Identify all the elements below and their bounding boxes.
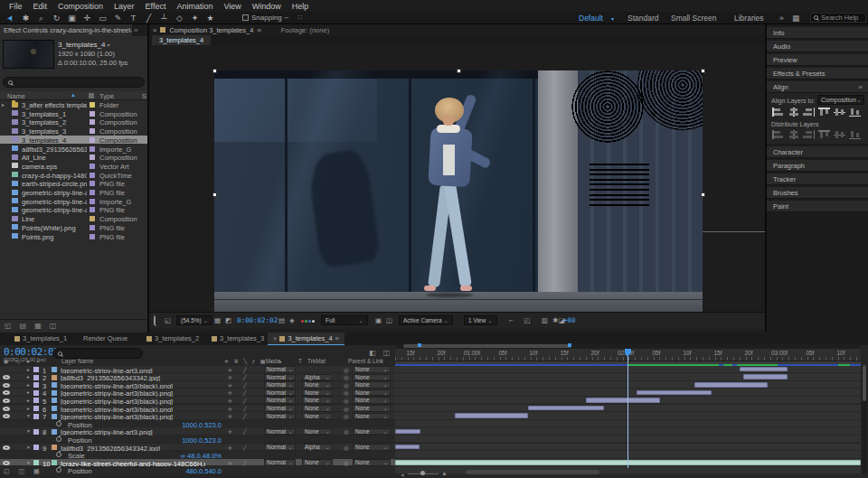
layer-label-swatch[interactable]: [33, 382, 39, 388]
trkmat-dropdown[interactable]: Alpha⌄: [302, 374, 333, 381]
label-swatch[interactable]: [90, 190, 95, 195]
layer-row[interactable]: ▸6[geometric-stripy-line-art3(black).png…: [0, 405, 395, 413]
viewer-timecode[interactable]: 0:00:02:02: [237, 316, 278, 324]
channel-icons[interactable]: [301, 316, 316, 324]
expander-icon[interactable]: ▾: [27, 413, 30, 418]
workspace-small-screen[interactable]: Small Screen: [671, 14, 717, 23]
workspace-caret-icon[interactable]: ▾: [611, 15, 614, 22]
parent-dropdown[interactable]: None⌄: [353, 374, 391, 381]
snapping-toggle[interactable]: Snapping ⌐ ∷: [242, 14, 307, 22]
project-item[interactable]: camera.epsVector Art: [0, 162, 147, 171]
label-swatch[interactable]: [90, 155, 95, 160]
workspace-libraries[interactable]: Libraries: [734, 14, 764, 23]
blend-mode-dropdown[interactable]: Normal⌄: [264, 389, 296, 397]
camera-tool-icon[interactable]: ▣: [65, 13, 79, 23]
magnification-dropdown[interactable]: (54.5%) ⌄: [176, 315, 212, 325]
panel-header-audio[interactable]: Audio: [767, 41, 868, 52]
parent-dropdown[interactable]: None⌄: [353, 389, 391, 397]
navigator-start-handle[interactable]: [418, 343, 421, 347]
trkmat-dropdown[interactable]: None⌄: [302, 413, 333, 420]
pixel-aspect-icon[interactable]: ◫: [386, 316, 392, 324]
expander-icon[interactable]: ▸: [27, 389, 30, 395]
gear-icon[interactable]: ✱: [552, 316, 558, 324]
resolution-dropdown[interactable]: Full ⌄: [321, 315, 368, 325]
zoom-tool-icon[interactable]: [154, 316, 156, 324]
menu-composition[interactable]: Composition: [52, 2, 108, 11]
parent-dropdown[interactable]: None⌄: [353, 444, 391, 451]
timeline-vertical-scrollbar[interactable]: [862, 365, 867, 473]
panel-header-align[interactable]: Align≡: [767, 81, 868, 93]
parent-dropdown[interactable]: None⌄: [353, 413, 391, 420]
blend-mode-dropdown[interactable]: Normal⌄: [264, 459, 296, 466]
layer-label-swatch[interactable]: [33, 375, 39, 380]
layer-bar[interactable]: [455, 413, 528, 418]
interpret-footage-icon[interactable]: ◱: [5, 322, 12, 333]
property-row[interactable]: Position480.0,540.0: [0, 466, 395, 474]
panel-header-paragraph[interactable]: Paragraph: [767, 160, 868, 172]
panel-header-tracker[interactable]: Tracker: [767, 173, 868, 185]
project-item[interactable]: geometric-stripy-line-art3(black).pngPNG…: [0, 188, 147, 197]
blend-mode-dropdown[interactable]: Normal⌄: [264, 397, 296, 404]
column-type[interactable]: Type: [99, 92, 114, 100]
panel-menu-icon[interactable]: ≡: [859, 81, 863, 93]
comp-name-caret-icon[interactable]: ▾: [108, 42, 110, 48]
tab-footage[interactable]: Footage: (none): [281, 26, 329, 34]
layer-switches-icons[interactable]: ✛ ╱: [228, 382, 250, 389]
layer-switches-icons[interactable]: ✛ ╱: [228, 413, 250, 419]
delete-icon[interactable]: ◫: [50, 322, 57, 333]
layer-switches-icons[interactable]: ✛ ╱: [228, 428, 250, 435]
blend-mode-dropdown[interactable]: Normal⌄: [264, 413, 296, 420]
layer-label-swatch[interactable]: [33, 429, 39, 435]
align-icon-1[interactable]: [788, 108, 799, 117]
trkmat-dropdown[interactable]: None⌄: [302, 381, 333, 389]
project-item[interactable]: All_LineComposition: [0, 153, 147, 162]
menu-file[interactable]: File: [4, 2, 28, 11]
visibility-eye-icon[interactable]: [3, 375, 10, 380]
layer-switches-icons[interactable]: ✛ ╱: [228, 445, 250, 451]
label-swatch[interactable]: [90, 119, 95, 125]
trkmat-dropdown[interactable]: None⌄: [302, 389, 333, 397]
column-name[interactable]: Name: [7, 92, 25, 100]
blend-mode-dropdown[interactable]: Normal⌄: [264, 428, 296, 436]
blend-mode-dropdown[interactable]: Normal⌄: [264, 444, 296, 451]
expander-icon[interactable]: ▸: [27, 367, 30, 372]
rotation-tool-icon[interactable]: ↻: [50, 13, 63, 23]
visibility-eye-icon[interactable]: [3, 390, 10, 395]
layer-bar[interactable]: [743, 374, 788, 380]
label-swatch[interactable]: [90, 137, 95, 143]
layer-bar[interactable]: [637, 390, 712, 396]
visibility-eye-icon[interactable]: [3, 414, 10, 418]
snapping-options-icons[interactable]: ⌐ ∷: [285, 14, 307, 22]
view-layout-dropdown[interactable]: 1 View ⌄: [464, 315, 497, 325]
align-icon-3[interactable]: [818, 108, 830, 117]
layer-label-swatch[interactable]: [33, 406, 39, 411]
pen-tool-icon[interactable]: ✎: [111, 13, 125, 23]
label-swatch[interactable]: [90, 199, 95, 204]
menu-animation[interactable]: Animation: [171, 2, 218, 11]
comp-name[interactable]: 3_templates_4: [58, 41, 105, 49]
visibility-eye-icon[interactable]: [3, 461, 10, 465]
type-tool-icon[interactable]: T: [127, 13, 140, 23]
timeline-bottom-toggle-icons[interactable]: ◱ ◫ ▦: [4, 468, 43, 475]
layer-row[interactable]: ▸1[geometric-stripy-line-art3.png]✛ ╱Nor…: [0, 366, 395, 374]
trkmat-dropdown[interactable]: None⌄: [302, 405, 333, 412]
property-label[interactable]: Position: [68, 467, 92, 475]
parent-dropdown[interactable]: None⌄: [353, 366, 391, 373]
active-comp-tab[interactable]: 3_templates_4: [152, 35, 211, 45]
label-swatch[interactable]: [90, 146, 95, 152]
project-search-input[interactable]: [3, 77, 145, 88]
expander-icon[interactable]: ▾: [27, 460, 30, 465]
label-swatch[interactable]: [90, 234, 95, 239]
layer-label-swatch[interactable]: [33, 414, 39, 419]
layer-bar[interactable]: [395, 445, 420, 450]
layer-label-swatch[interactable]: [33, 367, 39, 372]
roi-icon[interactable]: ◱: [165, 316, 171, 324]
layer-row[interactable]: ▸5[geometric-stripy-line-art3(black).png…: [0, 397, 395, 405]
expander-icon[interactable]: ▸: [27, 406, 30, 411]
blend-mode-dropdown[interactable]: Normal⌄: [264, 374, 296, 381]
project-item[interactable]: 3_templates_4Composition: [0, 136, 147, 145]
snapping-checkbox[interactable]: [242, 14, 249, 21]
project-item[interactable]: a8fbd3_2913562656343342.jpgImporte_G: [0, 145, 147, 154]
panel-header-preview[interactable]: Preview: [767, 54, 868, 66]
tab-composition[interactable]: Composition 3_templates_4: [169, 26, 253, 34]
